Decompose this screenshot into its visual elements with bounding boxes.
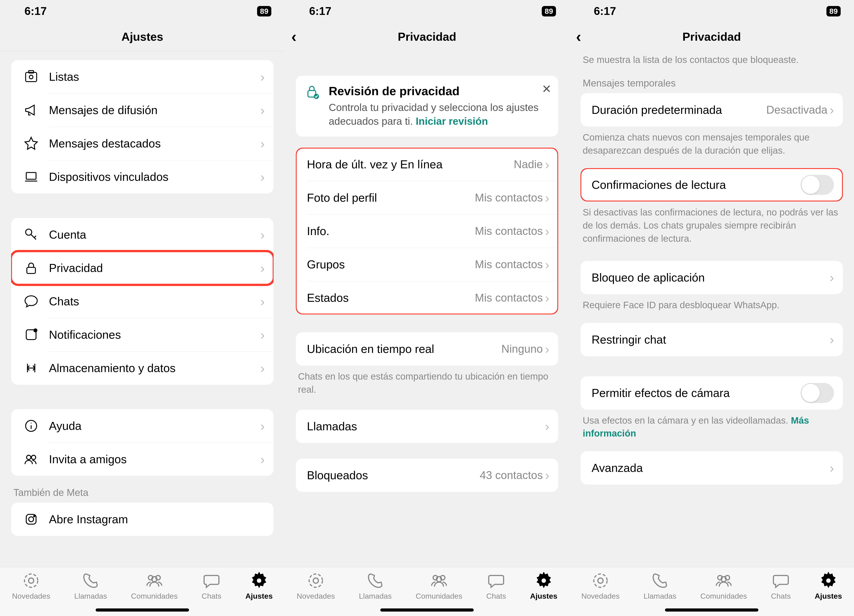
tab-llamadas[interactable]: Llamadas bbox=[644, 572, 676, 601]
chevron-right-icon: › bbox=[261, 294, 265, 309]
tab-comunidades[interactable]: Comunidades bbox=[700, 572, 747, 601]
camera-toggle[interactable] bbox=[801, 383, 834, 403]
tab-chats[interactable]: Chats bbox=[771, 572, 791, 601]
row-ultvez[interactable]: Hora de últ. vez y En línea Nadie › bbox=[296, 148, 558, 181]
svg-point-7 bbox=[34, 329, 37, 332]
row-restrict[interactable]: Restringir chat › bbox=[581, 323, 843, 356]
tab-ajustes[interactable]: Ajustes bbox=[530, 572, 557, 601]
row-almacenamiento[interactable]: Almacenamiento y datos › bbox=[11, 351, 273, 385]
home-indicator[interactable] bbox=[665, 608, 758, 611]
tab-label: Comunidades bbox=[416, 592, 462, 601]
row-camera[interactable]: Permitir efectos de cámara bbox=[581, 376, 843, 410]
tab-label: Ajustes bbox=[245, 592, 273, 601]
row-difusion[interactable]: Mensajes de difusión › bbox=[11, 93, 273, 127]
svg-point-13 bbox=[34, 516, 35, 517]
home-indicator[interactable] bbox=[96, 608, 189, 611]
row-instagram[interactable]: Abre Instagram bbox=[11, 503, 273, 536]
svg-point-28 bbox=[541, 578, 546, 583]
svg-rect-3 bbox=[26, 172, 36, 179]
row-read-receipts[interactable]: Confirmaciones de lectura bbox=[581, 168, 843, 201]
card-link[interactable]: Iniciar revisión bbox=[416, 116, 488, 127]
tab-label: Llamadas bbox=[359, 592, 392, 601]
row-label: Chats bbox=[49, 295, 261, 308]
row-foto[interactable]: Foto del perfil Mis contactos › bbox=[296, 181, 558, 214]
group-blocked: Bloqueados 43 contactos › bbox=[296, 459, 558, 492]
svg-point-1 bbox=[29, 75, 33, 79]
group-camera: Permitir efectos de cámara bbox=[581, 376, 843, 410]
tab-llamadas[interactable]: Llamadas bbox=[359, 572, 392, 601]
row-privacidad[interactable]: Privacidad › bbox=[11, 251, 273, 285]
lists-icon bbox=[22, 69, 40, 84]
content[interactable]: Se muestra la lista de los contactos que… bbox=[569, 51, 854, 567]
row-label: Dispositivos vinculados bbox=[49, 170, 261, 183]
row-bloqueados[interactable]: Bloqueados 43 contactos › bbox=[296, 459, 558, 492]
row-duracion[interactable]: Duración predeterminada Desactivada › bbox=[581, 93, 843, 127]
row-chats[interactable]: Chats › bbox=[11, 285, 273, 318]
row-applock[interactable]: Bloqueo de aplicación › bbox=[581, 261, 843, 294]
tab-chats[interactable]: Chats bbox=[486, 572, 506, 601]
chevron-right-icon: › bbox=[261, 327, 265, 342]
row-value: Mis contactos bbox=[475, 191, 543, 204]
chevron-right-icon: › bbox=[545, 419, 549, 434]
blocked-footer: Se muestra la lista de los contactos que… bbox=[583, 53, 841, 67]
tab-ajustes[interactable]: Ajustes bbox=[245, 572, 273, 601]
row-ayuda[interactable]: Ayuda › bbox=[11, 409, 273, 442]
row-label: Notificaciones bbox=[49, 328, 261, 342]
screen-privacidad-2: 6:17 89 ‹ Privacidad Se muestra la lista… bbox=[569, 0, 854, 616]
nav-bar: Ajustes bbox=[0, 22, 285, 51]
row-label: Avanzada bbox=[592, 461, 830, 474]
svg-point-20 bbox=[256, 578, 262, 583]
content[interactable]: Revisión de privacidad Controla tu priva… bbox=[285, 51, 569, 567]
row-label: Abre Instagram bbox=[49, 512, 265, 526]
tab-ajustes[interactable]: Ajustes bbox=[814, 572, 842, 601]
back-button[interactable]: ‹ bbox=[291, 29, 296, 44]
chevron-right-icon: › bbox=[261, 227, 265, 242]
row-grupos[interactable]: Grupos Mis contactos › bbox=[296, 248, 558, 281]
row-label: Permitir efectos de cámara bbox=[592, 386, 801, 399]
svg-rect-2 bbox=[29, 71, 34, 73]
lock-check-icon bbox=[305, 84, 320, 128]
tab-novedades[interactable]: Novedades bbox=[12, 572, 50, 601]
tab-label: Comunidades bbox=[700, 592, 747, 601]
group-account: Cuenta › Privacidad › Chats › Notificaci… bbox=[11, 218, 273, 385]
tab-comunidades[interactable]: Comunidades bbox=[131, 572, 178, 601]
chevron-right-icon: › bbox=[830, 102, 834, 117]
close-icon[interactable]: ✕ bbox=[542, 82, 552, 96]
row-label: Estados bbox=[307, 291, 475, 305]
row-destacados[interactable]: Mensajes destacados › bbox=[11, 127, 273, 160]
readreceipts-footer: Si desactivas las confirmaciones de lect… bbox=[583, 206, 841, 245]
tab-novedades[interactable]: Novedades bbox=[297, 572, 335, 601]
battery-icon: 89 bbox=[257, 6, 271, 17]
privacy-check-card[interactable]: Revisión de privacidad Controla tu priva… bbox=[296, 76, 558, 137]
row-listas[interactable]: Listas › bbox=[11, 60, 273, 93]
tab-comunidades[interactable]: Comunidades bbox=[416, 572, 462, 601]
content[interactable]: Listas › Mensajes de difusión › Mensajes… bbox=[0, 51, 285, 567]
row-avanzada[interactable]: Avanzada › bbox=[581, 451, 843, 485]
tab-label: Llamadas bbox=[644, 592, 676, 601]
row-invita[interactable]: Invita a amigos › bbox=[11, 442, 273, 476]
row-estados[interactable]: Estados Mis contactos › bbox=[296, 281, 558, 314]
ubicacion-footer: Chats en los que estás compartiendo tu u… bbox=[298, 370, 556, 396]
row-dispositivos[interactable]: Dispositivos vinculados › bbox=[11, 160, 273, 194]
tab-novedades[interactable]: Novedades bbox=[581, 572, 619, 601]
group-lists: Listas › Mensajes de difusión › Mensajes… bbox=[11, 60, 273, 194]
chevron-right-icon: › bbox=[545, 224, 549, 239]
row-label: Bloqueo de aplicación bbox=[592, 271, 830, 284]
row-cuenta[interactable]: Cuenta › bbox=[11, 218, 273, 251]
svg-point-34 bbox=[826, 578, 831, 583]
row-notificaciones[interactable]: Notificaciones › bbox=[11, 318, 273, 351]
chevron-right-icon: › bbox=[261, 169, 265, 184]
back-button[interactable]: ‹ bbox=[576, 29, 581, 44]
read-receipts-toggle[interactable] bbox=[801, 175, 834, 195]
status-time: 6:17 bbox=[309, 5, 331, 18]
row-llamadas[interactable]: Llamadas › bbox=[296, 410, 558, 443]
home-indicator[interactable] bbox=[380, 608, 474, 611]
row-value: Ninguno bbox=[501, 343, 543, 355]
row-ubicacion[interactable]: Ubicación en tiempo real Ninguno › bbox=[296, 332, 558, 366]
people-icon bbox=[22, 452, 40, 467]
tab-llamadas[interactable]: Llamadas bbox=[74, 572, 107, 601]
tab-chats[interactable]: Chats bbox=[202, 572, 221, 601]
tab-label: Comunidades bbox=[131, 592, 178, 601]
row-info[interactable]: Info. Mis contactos › bbox=[296, 214, 558, 248]
group-help: Ayuda › Invita a amigos › bbox=[11, 409, 273, 476]
